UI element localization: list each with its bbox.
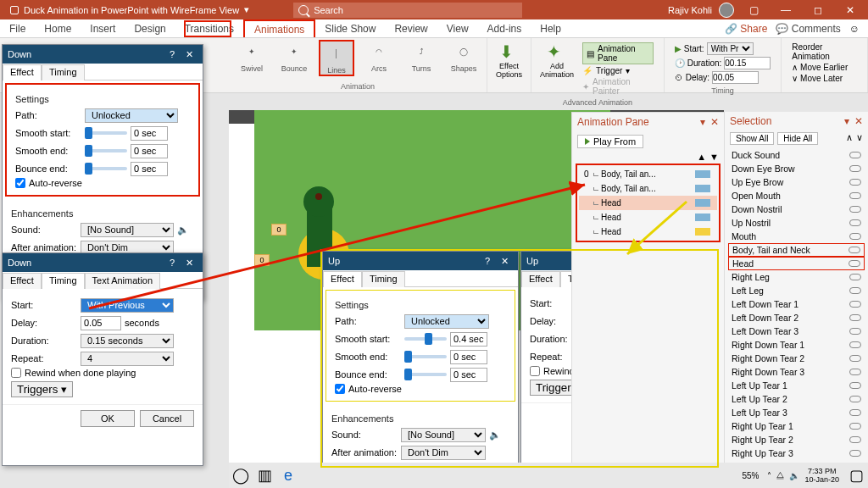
tab-timing[interactable]: Timing <box>42 64 85 80</box>
selection-item[interactable]: Left Down Tear 1 <box>728 297 865 311</box>
close-icon[interactable]: ✕ <box>710 116 719 128</box>
visibility-icon[interactable] <box>849 369 861 375</box>
visibility-icon[interactable] <box>849 260 860 267</box>
help-icon[interactable]: ? <box>164 49 181 59</box>
path-select[interactable]: Unlocked <box>85 108 178 123</box>
selection-item[interactable]: Head <box>728 257 865 270</box>
gallery-bounce[interactable]: ✦Bounce <box>276 40 312 76</box>
visibility-icon[interactable] <box>849 152 861 158</box>
share-button[interactable]: 🔗 Share <box>725 23 767 35</box>
tray-up-icon[interactable]: ˄ <box>767 471 771 480</box>
rewind-checkbox[interactable] <box>530 366 540 376</box>
repeat-select[interactable]: 4 <box>81 352 174 366</box>
animation-item[interactable]: Head <box>579 210 717 225</box>
move-down-icon[interactable]: ▼ <box>709 152 719 162</box>
close-icon[interactable]: ✕ <box>496 256 513 267</box>
visibility-icon[interactable] <box>849 328 861 335</box>
visibility-icon[interactable] <box>849 382 861 389</box>
tab-design[interactable]: Design <box>125 19 175 37</box>
cancel-button[interactable]: Cancel <box>140 410 194 427</box>
selection-item[interactable]: Right Down Tear 3 <box>728 365 865 379</box>
show-all-button[interactable]: Show All <box>730 132 774 145</box>
start-select[interactable]: With Previous <box>81 298 174 313</box>
gallery-turns[interactable]: ⤴Turns <box>403 40 439 76</box>
selection-item[interactable]: Left Up Tear 3 <box>728 406 865 419</box>
triggers-button[interactable]: Triggers ▾ <box>11 381 73 397</box>
tab-view[interactable]: View <box>437 19 478 37</box>
close-button[interactable]: ✕ <box>837 0 863 19</box>
move-earlier-button[interactable]: ∧ Move Earlier <box>792 63 857 72</box>
selection-item[interactable]: Right Up Tear 1 <box>728 419 865 433</box>
ok-button[interactable]: OK <box>81 410 135 427</box>
visibility-icon[interactable] <box>849 409 861 416</box>
speaker-icon[interactable]: 🔈 <box>489 430 501 441</box>
selection-item[interactable]: Up Eye Brow <box>728 175 865 189</box>
dropdown-icon[interactable]: ▾ <box>844 115 849 127</box>
bounce-slider[interactable] <box>404 373 447 376</box>
selection-item[interactable]: Left Up Tear 1 <box>728 379 865 392</box>
tab-effect[interactable]: Effect <box>521 271 560 287</box>
visibility-icon[interactable] <box>849 301 861 308</box>
effect-options-button[interactable]: ⬇Effect Options <box>492 40 526 80</box>
speaker-icon[interactable]: 🔈 <box>177 225 189 236</box>
notifications-icon[interactable]: ▢ <box>844 463 868 487</box>
bounce-input[interactable] <box>131 162 168 176</box>
play-from-button[interactable]: Play From <box>577 135 643 148</box>
duration-input[interactable] <box>724 57 771 69</box>
selection-item[interactable]: Down Nostril <box>728 202 865 216</box>
edge-icon[interactable]: e <box>276 463 300 487</box>
visibility-icon[interactable] <box>849 179 861 186</box>
animation-item[interactable]: 0Body, Tail an... <box>579 167 717 181</box>
selection-item[interactable]: Left Down Tear 3 <box>728 324 865 338</box>
anim-tag-0b[interactable]: 0 <box>254 254 270 266</box>
trigger-button[interactable]: ⚡Trigger ▾ <box>582 66 654 75</box>
smoothstart-slider[interactable] <box>85 131 127 135</box>
visibility-icon[interactable] <box>849 233 861 240</box>
tab-timing[interactable]: Timing <box>42 273 85 289</box>
visibility-icon[interactable] <box>849 287 861 294</box>
animation-item[interactable]: Head <box>579 225 717 239</box>
maximize-button[interactable]: ◻ <box>805 0 831 19</box>
help-icon[interactable]: ? <box>479 256 496 266</box>
visibility-icon[interactable] <box>849 206 861 213</box>
tab-transitions[interactable]: Transitions <box>175 19 243 37</box>
tab-textanim[interactable]: Text Animation <box>85 273 161 289</box>
delay-input[interactable] <box>712 71 759 84</box>
search-box[interactable]: Search <box>293 3 522 18</box>
minimize-button[interactable]: — <box>773 0 798 19</box>
volume-icon[interactable]: 🔈 <box>789 471 799 480</box>
visibility-icon[interactable] <box>849 355 861 362</box>
gallery-swivel[interactable]: ✦Swivel <box>234 40 270 76</box>
gallery-arcs[interactable]: ◠Arcs <box>361 40 397 76</box>
tab-slideshow[interactable]: Slide Show <box>315 19 385 37</box>
tab-timing[interactable]: Timing <box>362 271 405 287</box>
visibility-icon[interactable] <box>849 219 861 226</box>
visibility-icon[interactable] <box>849 396 861 402</box>
gallery-shapes[interactable]: ◯Shapes <box>446 40 481 76</box>
autoreverse-checkbox[interactable] <box>15 178 25 188</box>
visibility-icon[interactable] <box>849 192 861 199</box>
dropdown-icon[interactable]: ▾ <box>700 116 705 128</box>
selection-item[interactable]: Body, Tail and Neck <box>728 243 865 257</box>
visibility-icon[interactable] <box>849 450 861 457</box>
bounce-input[interactable] <box>450 368 487 382</box>
selection-item[interactable]: Right Up Tear 2 <box>728 433 865 446</box>
tab-addins[interactable]: Add-ins <box>478 19 531 37</box>
selection-item[interactable]: Down Eye Brow <box>728 162 865 175</box>
tab-animations[interactable]: Animations <box>243 19 315 37</box>
duration-select[interactable]: 0.15 seconds <box>81 334 174 348</box>
move-up-icon[interactable]: ▲ <box>697 152 706 162</box>
selection-item[interactable]: Open Mouth <box>728 189 865 202</box>
visibility-icon[interactable] <box>849 314 861 321</box>
selection-item[interactable]: Right Leg <box>728 270 865 284</box>
down-icon[interactable]: ∨ <box>856 132 863 145</box>
up-icon[interactable]: ∧ <box>846 132 853 145</box>
add-animation-button[interactable]: ✦Add Animation <box>537 40 577 98</box>
tab-review[interactable]: Review <box>385 19 437 37</box>
help-icon[interactable]: ? <box>164 258 181 268</box>
selection-item[interactable]: Duck Sound <box>728 148 865 162</box>
smoothstart-slider[interactable] <box>404 337 447 341</box>
delay-input[interactable] <box>81 316 121 330</box>
visibility-icon[interactable] <box>849 436 861 443</box>
selection-item[interactable]: Left Leg <box>728 284 865 297</box>
